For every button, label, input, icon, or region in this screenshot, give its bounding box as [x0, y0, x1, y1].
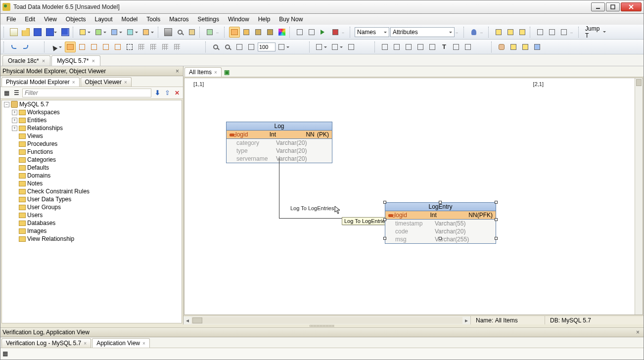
canvas[interactable]: [1,1] [2,1] Log logid Int NN (PK) catego…	[184, 78, 643, 315]
menu-tools[interactable]: Tools	[142, 15, 164, 24]
tree-item[interactable]: + Workspaces	[2, 108, 182, 116]
tree-item[interactable]: Procedures	[2, 140, 182, 148]
close-icon[interactable]: ×	[214, 70, 217, 75]
verify-icon[interactable]	[204, 27, 215, 38]
minimize-button[interactable]	[591, 2, 605, 11]
saveall-icon[interactable]	[60, 27, 71, 38]
align3-icon[interactable]	[172, 42, 183, 52]
pan-icon[interactable]	[496, 42, 507, 52]
menu-window[interactable]: Window	[224, 15, 253, 24]
nav-down-icon[interactable]: ⬇	[153, 89, 161, 97]
win3-icon[interactable]	[532, 42, 543, 52]
expand-icon[interactable]: +	[12, 126, 17, 131]
jump-combo[interactable]: Jump T	[583, 27, 608, 37]
tool-addorange-icon[interactable]	[141, 27, 156, 38]
yellow2-icon[interactable]	[505, 27, 516, 38]
square2-icon[interactable]	[547, 27, 557, 38]
win2-icon[interactable]	[520, 42, 531, 52]
tree-item[interactable]: Check Constraint Rules	[2, 187, 182, 195]
tree-item[interactable]: Images	[2, 227, 182, 235]
new-icon[interactable]	[8, 27, 19, 38]
list-icon[interactable]: ☰	[12, 89, 20, 97]
zoom-in-icon[interactable]	[210, 42, 221, 52]
tree-root[interactable]: − MySQL 5.7	[2, 100, 182, 108]
names-combo[interactable]: Names	[355, 27, 389, 37]
tree-item[interactable]: Views	[2, 132, 182, 140]
square3-icon[interactable]	[558, 27, 569, 38]
overflow4-icon[interactable]: ··	[480, 29, 486, 35]
tab-object-viewer[interactable]: Object Viewer ×	[81, 77, 132, 87]
find-icon[interactable]	[175, 27, 185, 38]
tab-all-items[interactable]: All Items ×	[184, 67, 222, 77]
shape2-icon[interactable]	[391, 42, 402, 52]
tab-model-explorer[interactable]: Physical Model Explorer ×	[1, 77, 80, 87]
dashsel-icon[interactable]	[124, 42, 135, 52]
expand-icon[interactable]: +	[12, 110, 17, 115]
tree-item[interactable]: Users	[2, 211, 182, 219]
resize-handle[interactable]	[495, 237, 498, 240]
print-icon[interactable]	[163, 27, 174, 38]
menu-buynow[interactable]: Buy Now	[275, 15, 307, 24]
shape4-icon[interactable]	[415, 42, 426, 52]
tool-addbox-icon[interactable]	[78, 27, 92, 38]
align-left-icon[interactable]	[314, 42, 329, 52]
pointer-tool-icon[interactable]	[49, 42, 64, 52]
tree-item[interactable]: + Relationships	[2, 124, 182, 132]
maximize-button[interactable]	[606, 2, 620, 11]
shape7-icon[interactable]	[462, 42, 473, 52]
view-tool-icon[interactable]	[253, 27, 264, 38]
tree-item[interactable]: View Relationship	[2, 235, 182, 243]
tree-icon[interactable]: ▦	[2, 89, 10, 97]
tree-icon[interactable]: ▦	[2, 350, 10, 358]
attributes-combo[interactable]: Attributes	[390, 27, 455, 37]
clear-icon[interactable]: ✕	[173, 89, 181, 97]
run-icon[interactable]	[318, 27, 329, 38]
stop-icon[interactable]	[330, 27, 341, 38]
menu-layout[interactable]: Layout	[91, 15, 117, 24]
menu-objects[interactable]: Objects	[62, 15, 90, 24]
entity-log[interactable]: Log logid Int NN (PK) categoryVarchar(20…	[226, 122, 332, 163]
new-tab-icon[interactable]: ▣	[223, 68, 231, 77]
entity-tool-icon[interactable]	[229, 27, 240, 38]
link4-icon[interactable]	[112, 42, 123, 52]
align1-icon[interactable]	[148, 42, 159, 52]
layers-tool-icon[interactable]	[265, 27, 276, 38]
grip[interactable]	[3, 27, 6, 38]
model-tab-mysql[interactable]: MySQL 5.7* ×	[51, 55, 100, 66]
link2-icon[interactable]	[89, 42, 99, 52]
shape5-icon[interactable]	[427, 42, 438, 52]
expand-icon[interactable]: −	[4, 102, 9, 107]
filter-input[interactable]	[22, 89, 151, 97]
zoom-out-icon[interactable]	[222, 42, 233, 52]
tab-verification-log[interactable]: Verification Log - MySQL 5.7 ×	[1, 338, 91, 348]
shape1-icon[interactable]	[379, 42, 390, 52]
resize-handle[interactable]	[495, 218, 498, 221]
resize-handle[interactable]	[495, 201, 498, 204]
nav-up-icon[interactable]: ⇧	[163, 89, 171, 97]
link3-icon[interactable]	[100, 42, 111, 52]
menu-model[interactable]: Model	[118, 15, 142, 24]
vertical-scrollbar[interactable]	[635, 78, 643, 315]
model-tab-oracle[interactable]: Oracle 18c* ×	[2, 55, 50, 66]
resize-handle[interactable]	[383, 218, 386, 221]
open-icon[interactable]	[20, 27, 31, 38]
step-over-icon[interactable]	[306, 27, 317, 38]
color-tool-icon[interactable]	[276, 27, 287, 38]
menu-edit[interactable]: Edit	[21, 15, 39, 24]
arrange-icon[interactable]	[330, 42, 345, 52]
resize-handle[interactable]	[383, 201, 386, 204]
rel-vline[interactable]	[279, 158, 279, 218]
tree-item[interactable]: User Data Types	[2, 195, 182, 203]
text-tool-icon[interactable]: T	[439, 42, 450, 52]
resize-handle[interactable]	[439, 237, 442, 240]
square1-icon[interactable]	[535, 27, 546, 38]
tree-item[interactable]: Defaults	[2, 164, 182, 172]
menu-file[interactable]: File	[2, 15, 20, 24]
align2-icon[interactable]	[160, 42, 171, 52]
menu-settings[interactable]: Settings	[194, 15, 223, 24]
yellow1-icon[interactable]	[493, 27, 504, 38]
grid-icon[interactable]	[136, 42, 147, 52]
overflow3-icon[interactable]: ··	[456, 29, 461, 35]
zoom-value[interactable]	[258, 43, 276, 51]
zoom-region-icon[interactable]	[246, 42, 257, 52]
